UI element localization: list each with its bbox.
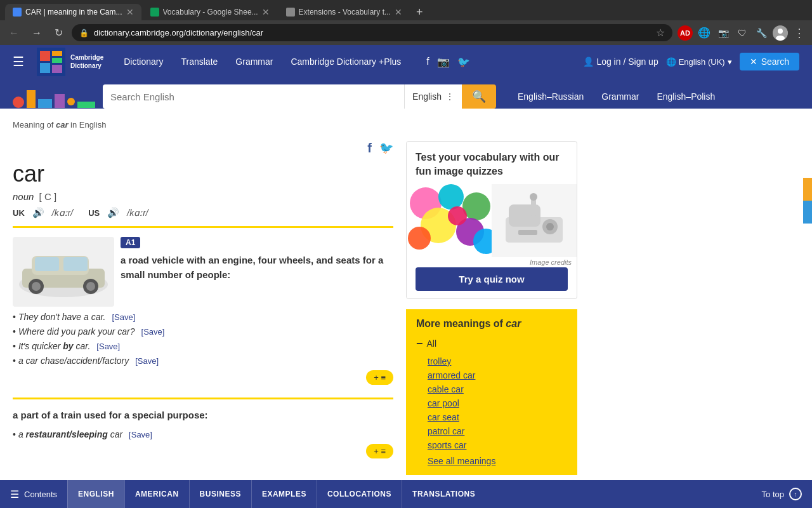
image-credits-link[interactable]: Image credits xyxy=(407,257,577,267)
nav-english-russian[interactable]: English–Russian xyxy=(509,86,593,107)
tab-bar: CAR | meaning in the Cam... ✕ Vocabulary… xyxy=(0,0,812,20)
to-top-button[interactable]: To top ↑ xyxy=(762,488,812,500)
svg-rect-30 xyxy=(518,230,537,235)
svg-point-19 xyxy=(438,184,464,210)
extension-icon[interactable]: 🔧 xyxy=(754,25,769,41)
save-link-3[interactable]: [Save] xyxy=(96,342,120,351)
us-audio-icon[interactable]: 🔊 xyxy=(107,207,119,218)
share-facebook-icon[interactable]: f xyxy=(367,141,372,156)
translate-icon[interactable]: 🌐 xyxy=(697,25,712,41)
breadcrumb: Meaning of car in English xyxy=(0,112,812,130)
menu-icon[interactable]: ⋮ xyxy=(792,25,807,41)
avatar[interactable] xyxy=(773,25,788,41)
save-link-2[interactable]: [Save] xyxy=(141,327,165,337)
instagram-icon[interactable]: 📷 xyxy=(437,56,450,68)
nav-grammar[interactable]: Grammar xyxy=(593,86,648,107)
browser-toolbar: ← → ↻ 🔒 ☆ AD 🌐 📷 🛡 🔧 ⋮ xyxy=(0,20,812,45)
save-link-5[interactable]: [Save] xyxy=(129,430,152,439)
new-tab-button[interactable]: + xyxy=(411,6,428,19)
login-button[interactable]: 👤 Log in / Sign up xyxy=(583,57,658,67)
chevron-down-icon: ▾ xyxy=(728,57,732,67)
meaning-car-seat[interactable]: car seat xyxy=(416,410,567,424)
uk-audio-icon[interactable]: 🔊 xyxy=(32,207,44,218)
save-link-4[interactable]: [Save] xyxy=(135,356,159,366)
tab-extensions[interactable]: Extensions - Vocabulary t... ✕ xyxy=(278,4,410,20)
meaning-patrol-car[interactable]: patrol car xyxy=(416,424,567,438)
meaning-cable-car[interactable]: cable car xyxy=(416,382,567,396)
examples-list-2: • a restaurant/sleeping car [Save] xyxy=(13,429,393,439)
bottom-link-collocations[interactable]: COLLOCATIONS xyxy=(317,480,402,508)
share-twitter-icon[interactable]: 🐦 xyxy=(379,141,393,156)
twitter-icon[interactable]: 🐦 xyxy=(457,56,470,68)
nav-english-polish[interactable]: English–Polish xyxy=(648,86,724,107)
screenshot-icon[interactable]: 📷 xyxy=(716,25,731,41)
bottom-link-english[interactable]: ENGLISH xyxy=(67,480,124,508)
meaning-car-pool[interactable]: car pool xyxy=(416,396,567,410)
example-item: • Where did you park your car? [Save] xyxy=(13,326,393,337)
all-toggle[interactable]: − All xyxy=(416,337,567,351)
magnifier-icon: 🔍 xyxy=(472,90,486,103)
bottom-link-american[interactable]: AMERICAN xyxy=(124,480,189,508)
bottom-link-translations[interactable]: TRANSLATIONS xyxy=(402,480,485,508)
star-icon[interactable]: ☆ xyxy=(656,27,665,39)
meaning-trolley[interactable]: trolley xyxy=(416,354,567,368)
meaning-armored-car[interactable]: armored car xyxy=(416,368,567,382)
pos-label: noun xyxy=(13,191,34,202)
svg-rect-8 xyxy=(52,65,62,73)
reload-button[interactable]: ↻ xyxy=(51,24,67,41)
language-pill[interactable]: English ⋮ xyxy=(404,84,462,109)
example-item: • They don't have a car. [Save] xyxy=(13,312,393,322)
lang-options-icon: ⋮ xyxy=(445,91,454,102)
try-quiz-button[interactable]: Try a quiz now xyxy=(416,267,568,291)
meanings-list: − All trolley armored car cable car car … xyxy=(416,337,567,466)
nav-plus[interactable]: Cambridge Dictionary +Plus xyxy=(283,53,409,70)
logo-link[interactable]: CambridgeDictionary xyxy=(37,48,103,76)
tab-close-3[interactable]: ✕ xyxy=(395,8,402,17)
bottom-link-examples[interactable]: EXAMPLES xyxy=(251,480,317,508)
tab-title-3: Extensions - Vocabulary t... xyxy=(299,8,391,17)
pronunciation: UK 🔊 /kɑːr/ US 🔊 /kɑːr/ xyxy=(13,207,393,218)
hamburger-menu[interactable]: ☰ xyxy=(13,54,24,69)
adblock-icon[interactable]: AD xyxy=(678,25,693,41)
expand-examples-button-2[interactable]: + ≡ xyxy=(366,444,393,458)
expand-examples-button[interactable]: + ≡ xyxy=(366,370,393,385)
person-icon: 👤 xyxy=(583,57,594,67)
nav-translate[interactable]: Translate xyxy=(173,53,225,70)
breadcrumb-word: car xyxy=(56,120,69,130)
nav-dictionary[interactable]: Dictionary xyxy=(116,53,171,70)
us-pron-text: /kɑːr/ xyxy=(127,208,148,218)
tab-vocabulary-sheets[interactable]: Vocabulary - Google Shee... ✕ xyxy=(143,4,277,20)
tab-close-1[interactable]: ✕ xyxy=(126,8,134,17)
search-input[interactable] xyxy=(110,91,396,102)
save-link-1[interactable]: [Save] xyxy=(112,312,135,322)
uk-label: UK xyxy=(13,208,25,218)
search-submit-button[interactable]: 🔍 xyxy=(462,84,496,109)
extra-nav: English–Russian Grammar English–Polish xyxy=(509,86,724,107)
tab-title-2: Vocabulary - Google Shee... xyxy=(163,8,258,17)
car-image xyxy=(16,243,111,300)
quiz-image-right xyxy=(492,184,577,257)
word-title: car xyxy=(13,161,393,187)
back-button[interactable]: ← xyxy=(5,25,23,41)
address-bar[interactable]: 🔒 ☆ xyxy=(72,24,672,41)
site-header: ☰ CambridgeDictionary Dictionary Transla… xyxy=(0,45,812,78)
svg-rect-4 xyxy=(40,51,50,61)
bottom-link-business[interactable]: BUSINESS xyxy=(189,480,251,508)
tab-close-2[interactable]: ✕ xyxy=(262,8,270,17)
social-icons: f 📷 🐦 xyxy=(426,56,469,68)
url-input[interactable] xyxy=(94,28,651,37)
shield-icon[interactable]: 🛡 xyxy=(735,25,750,41)
svg-rect-31 xyxy=(531,198,536,217)
bottom-hamburger[interactable]: ☰ Contents xyxy=(0,480,67,508)
tab-favicon-1 xyxy=(13,8,22,17)
forward-button[interactable]: → xyxy=(28,25,46,41)
language-selector[interactable]: 🌐 English (UK) ▾ xyxy=(666,57,732,67)
meaning-sports-car[interactable]: sports car xyxy=(416,438,567,452)
tab-car-dictionary[interactable]: CAR | meaning in the Cam... ✕ xyxy=(5,4,141,20)
search-button[interactable]: ✕ Search xyxy=(740,53,799,70)
facebook-icon[interactable]: f xyxy=(426,56,429,68)
definition-block-2: a part of a train used for a special pur… xyxy=(13,408,393,458)
more-meanings-title: More meanings of car xyxy=(416,318,567,330)
nav-grammar[interactable]: Grammar xyxy=(228,53,280,70)
see-all-meanings[interactable]: See all meanings xyxy=(416,452,567,466)
